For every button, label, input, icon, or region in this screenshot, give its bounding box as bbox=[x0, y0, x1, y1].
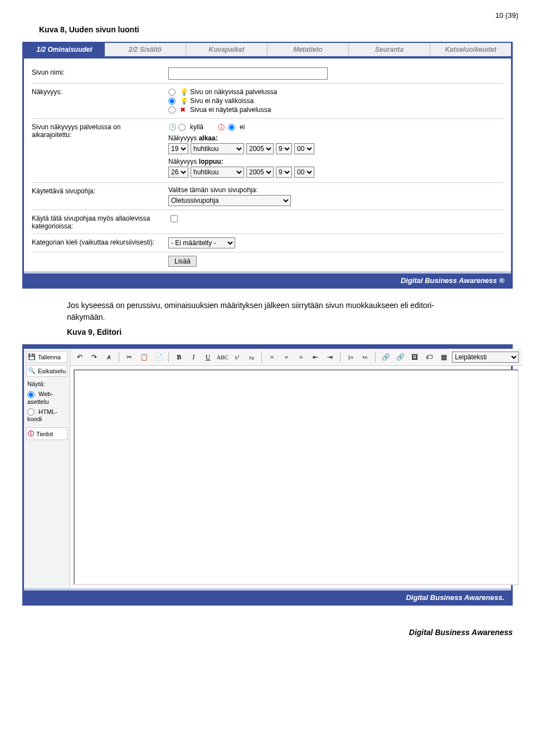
tab-row: 1/2 Ominaisuudet 2/2 Sisältö Kuvapaikat … bbox=[24, 43, 511, 58]
toolbar-separator bbox=[261, 352, 262, 362]
clock-icon: 🕒 bbox=[168, 123, 176, 131]
visibility-ends-label: Näkyvyys loppuu: bbox=[168, 158, 503, 165]
end-day-select[interactable]: 26 bbox=[168, 167, 188, 178]
add-button[interactable]: Lisää bbox=[168, 256, 197, 267]
start-year-select[interactable]: 2005 bbox=[246, 143, 274, 154]
subscript-icon[interactable]: x₂ bbox=[245, 351, 257, 363]
bulb-on-icon: 💡 bbox=[180, 88, 188, 96]
view-radio-html[interactable] bbox=[27, 408, 35, 416]
visibility-opt-2: Sivu ei näy valikoissa bbox=[190, 97, 254, 105]
timed-radio-yes[interactable] bbox=[178, 124, 186, 131]
visibility-radio-hidden-menu[interactable] bbox=[168, 97, 176, 105]
tab-kuvapaikat[interactable]: Kuvapaikat bbox=[186, 43, 268, 56]
redo-icon[interactable]: ↷ bbox=[88, 351, 100, 363]
align-left-icon[interactable]: ≡ bbox=[266, 351, 278, 363]
timed-yes-label: kyllä bbox=[190, 123, 203, 131]
info-label: Tiedot bbox=[36, 431, 53, 437]
editor-toolbar: ↶ ↷ A̸ ✂ 📋 📄 B I U ABC x² x₂ ≡ ≡ bbox=[70, 349, 522, 366]
x-circle-icon: ✖ bbox=[180, 106, 188, 114]
copy-icon[interactable]: 📋 bbox=[138, 351, 150, 363]
timed-radio-no[interactable] bbox=[228, 124, 235, 131]
editor-sidebar: 💾 Tallenna 🔍 Esikatselu Näytä: Web-asett… bbox=[24, 349, 70, 588]
start-day-select[interactable]: 19 bbox=[168, 143, 188, 154]
tab-katseluoikeudet[interactable]: Katseluoikeudet bbox=[430, 43, 511, 56]
tab-ominaisuudet[interactable]: 1/2 Ominaisuudet bbox=[24, 43, 105, 56]
label-template: Käytettävä sivupohja: bbox=[32, 186, 168, 195]
end-month-select[interactable]: huhtikuu bbox=[191, 167, 244, 178]
screenshot-properties-form: 1/2 Ominaisuudet 2/2 Sisältö Kuvapaikat … bbox=[22, 42, 513, 289]
unordered-list-icon[interactable]: •≡ bbox=[359, 351, 371, 363]
show-label: Näytä: bbox=[26, 379, 67, 389]
figure-8-caption: Kuva 8, Uuden sivun luonti bbox=[39, 25, 518, 34]
use-template-checkbox[interactable] bbox=[171, 215, 178, 222]
toolbar-separator bbox=[119, 352, 119, 362]
tab-sisalto[interactable]: 2/2 Sisältö bbox=[105, 43, 186, 56]
screenshot-editor: 💾 Tallenna 🔍 Esikatselu Näytä: Web-asett… bbox=[22, 344, 513, 606]
info-button[interactable]: ⓘ Tiedot bbox=[26, 427, 67, 440]
align-center-icon[interactable]: ≡ bbox=[280, 351, 293, 363]
preview-label: Esikatselu bbox=[38, 368, 66, 374]
paragraph-style-select[interactable]: Leipäteksti bbox=[452, 352, 519, 363]
info-red-icon: ⓘ bbox=[28, 430, 34, 438]
indent-icon[interactable]: ⇥ bbox=[324, 351, 336, 363]
save-icon: 💾 bbox=[28, 353, 36, 360]
label-visibility: Näkyvyys: bbox=[32, 87, 168, 96]
editor-canvas[interactable] bbox=[74, 369, 519, 585]
toolbar-separator bbox=[375, 352, 376, 362]
save-button[interactable]: 💾 Tallenna bbox=[26, 351, 67, 363]
underline-icon[interactable]: U bbox=[202, 351, 214, 363]
info-icon: ⓘ bbox=[218, 123, 226, 131]
end-minute-select[interactable]: 00 bbox=[294, 167, 314, 178]
figure-9-caption: Kuva 9, Editori bbox=[67, 328, 518, 336]
strikethrough-icon[interactable]: ABC bbox=[216, 351, 228, 363]
screenshot-brand-footer: Digital Business Awareness. bbox=[24, 588, 511, 604]
preview-button[interactable]: 🔍 Esikatselu bbox=[26, 365, 67, 377]
view-radio-web[interactable] bbox=[27, 391, 35, 398]
body-paragraph: Jos kyseessä on perussivu, ominaisuuksie… bbox=[67, 300, 468, 323]
tab-seuranta[interactable]: Seuranta bbox=[349, 43, 430, 56]
page-number: 10 (39) bbox=[17, 11, 518, 19]
label-category-language: Kategorian kieli (vaikuttaa rekursiivise… bbox=[32, 237, 168, 246]
visibility-opt-1: Sivu on näkyvissä palvelussa bbox=[190, 88, 277, 96]
magnifier-icon: 🔍 bbox=[28, 367, 36, 374]
table-icon[interactable]: ▦ bbox=[437, 351, 450, 363]
label-timed-visibility: Sivun näkyvyys palvelussa on aikarajoite… bbox=[32, 122, 168, 139]
start-hour-select[interactable]: 9 bbox=[276, 143, 292, 154]
anchor-icon[interactable]: 🏷 bbox=[423, 351, 435, 363]
toolbar-separator bbox=[168, 352, 169, 362]
page-name-input[interactable] bbox=[168, 67, 328, 80]
label-use-template-below: Käytä tätä sivupohjaa myös allaolevissa … bbox=[32, 213, 168, 230]
page-footer: Digital Business Awareness bbox=[17, 628, 518, 637]
bold-icon[interactable]: B bbox=[173, 351, 185, 363]
paste-icon[interactable]: 📄 bbox=[152, 351, 164, 363]
italic-icon[interactable]: I bbox=[187, 351, 200, 363]
image-icon[interactable]: 🖼 bbox=[408, 351, 421, 363]
toolbar-separator bbox=[340, 352, 341, 362]
start-minute-select[interactable]: 00 bbox=[294, 143, 314, 154]
template-select[interactable]: Oletussivupohja bbox=[168, 195, 291, 206]
tab-metatieto[interactable]: Metatieto bbox=[268, 43, 349, 56]
outdent-icon[interactable]: ⇤ bbox=[309, 351, 322, 363]
clear-format-icon[interactable]: A̸ bbox=[103, 351, 115, 363]
bulb-off-icon: 💡 bbox=[180, 97, 188, 105]
unlink-icon[interactable]: 🔗 bbox=[394, 351, 406, 363]
start-month-select[interactable]: huhtikuu bbox=[191, 143, 244, 154]
cut-icon[interactable]: ✂ bbox=[123, 351, 135, 363]
link-icon[interactable]: 🔗 bbox=[380, 351, 392, 363]
screenshot-brand-footer: Digital Business Awareness ® bbox=[24, 271, 511, 287]
align-right-icon[interactable]: ≡ bbox=[295, 351, 307, 363]
visibility-opt-3: Sivua ei näytetä palvelussa bbox=[190, 106, 271, 114]
end-year-select[interactable]: 2005 bbox=[246, 167, 274, 178]
save-label: Tallenna bbox=[38, 354, 61, 360]
superscript-icon[interactable]: x² bbox=[231, 351, 243, 363]
label-page-name: Sivun nimi: bbox=[32, 67, 168, 76]
template-hint: Valitse tämän sivun sivupohja: bbox=[168, 186, 503, 194]
language-select[interactable]: - Ei määritelty - bbox=[168, 237, 235, 248]
timed-no-label: ei bbox=[240, 123, 245, 131]
ordered-list-icon[interactable]: 1≡ bbox=[344, 351, 357, 363]
end-hour-select[interactable]: 9 bbox=[276, 167, 292, 178]
undo-icon[interactable]: ↶ bbox=[74, 351, 86, 363]
visibility-radio-visible[interactable] bbox=[168, 89, 176, 96]
visibility-starts-label: Näkyvyys alkaa: bbox=[168, 134, 503, 142]
visibility-radio-not-shown[interactable] bbox=[168, 106, 176, 114]
